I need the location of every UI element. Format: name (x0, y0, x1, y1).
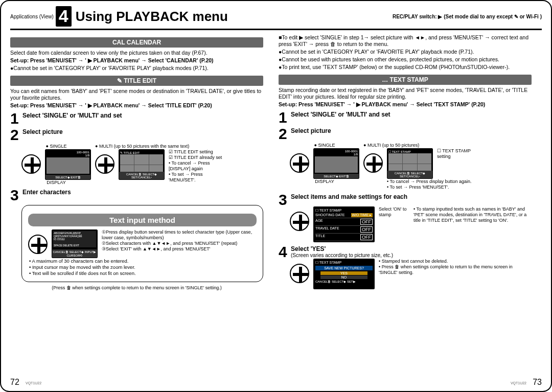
l1a: SHOOTING DATE (315, 213, 344, 217)
multi-label: ● MULTI (up to 50 pictures with the same… (95, 144, 225, 149)
input-method-box: Text input method ABCDEFGHIJKLMNOPQRSTUV… (21, 205, 263, 282)
l2a: AGE (315, 219, 323, 225)
l4b: OFF (360, 234, 373, 240)
ys-footer: CANCEL🗑 SELECT◆ SET▶ (315, 280, 373, 283)
single-label: ● SINGLE (21, 144, 91, 149)
titleedit-screens: ● SINGLE 100-00011/8 SELECT◆ EXIT🗑 DISPL… (21, 144, 263, 186)
lcd-ts-multi: ☐ TEXT STAMP CANCEL🗑 SELECT◆ SET/CANCEL▫ (387, 148, 433, 179)
ts-display-label: DISPLAY (290, 179, 359, 185)
dpad-icon (21, 154, 41, 174)
app-label: Applications (View) (10, 14, 54, 19)
settings-screen: ☐ TEXT STAMP SHOOTING DATEW/O TIME ▸ AGE… (313, 206, 375, 242)
ts-step2: Select picture (291, 127, 532, 134)
endnote2: • Press 🗑 when settings complete to retu… (379, 264, 532, 275)
ts-step4: Select 'YES' (291, 245, 532, 252)
l1b: W/O TIME ▸ (351, 213, 373, 217)
left-column: CAL CALENDAR Select date from calendar s… (10, 33, 263, 290)
ys-yes: YES (320, 271, 367, 275)
titleedit-desc: You can edit names from 'BABY' and 'PET'… (10, 88, 263, 101)
display-label: DISPLAY (21, 180, 91, 186)
edit-note: ■To edit ▶ select 'SINGLE' in step 1→ se… (279, 34, 532, 48)
ts-multi: ● MULTI (up to 50 pictures) (363, 143, 478, 148)
textstamp-screens: ● SINGLE 100-00011/8 SELECT◆ EXIT🗑 DISPL… (290, 143, 532, 190)
ts-step2-num: 2 (279, 127, 290, 141)
ts-legend: ☐ TEXT STAMP setting (437, 148, 478, 159)
textstamp-setup: Set-up: Press 'MENU/SET' → ' ▶ PLAYBACK … (279, 101, 532, 108)
ts-step3: Select items and make settings for each (291, 193, 532, 200)
input-heading: Text input method (28, 214, 257, 226)
ts-step1: Select 'SINGLE' or 'MULTI' and set (291, 111, 532, 118)
ts-cancel: • To cancel → Press display button again… (387, 179, 478, 185)
page-number-right: 73 (533, 378, 542, 387)
lcd-keyboard: ABCDEFGHIJKLMNOPQRSTUVWXYZÁÂÃÇÉÊÍÓ ÔÕÚÜ … (52, 229, 98, 258)
titleedit-heading: ✎ TITLE EDIT (10, 76, 263, 86)
dpad-icon2 (95, 154, 114, 174)
dpad-icon4 (290, 153, 309, 173)
ts-step4-sub: (Screen varies according to picture size… (291, 252, 532, 258)
step1-num: 1 (10, 112, 21, 125)
textstamp-heading: … TEXT STAMP (279, 75, 532, 85)
ts-step3-num: 3 (279, 193, 290, 206)
recplay-note: REC/PLAY switch: ▶ (Set mode dial to any… (393, 14, 542, 19)
page-header: Applications (View) 4 Using PLAYBACK men… (10, 6, 542, 30)
lcd-single: 100-00011/8 SELECT◆ EXIT🗑 (45, 149, 91, 180)
set-note: • To set → Press 'MENU/SET'. (169, 172, 225, 183)
inputnote1: • A maximum of 30 characters can be ente… (33, 258, 257, 264)
titleedit-setup: Set-up: Press 'MENU/SET' → ' ▶ PLAYBACK … (10, 102, 263, 109)
calendar-desc: Select date from calendar screen to view… (10, 50, 263, 56)
docid-right: VQT1U22 (511, 381, 526, 385)
step2-text: Select picture (22, 128, 263, 135)
right-b1: ●Cannot be set in 'CATEGORY PLAY' or 'FA… (279, 49, 532, 55)
calendar-note: ●Cannot be set in 'CATEGORY PLAY' or 'FA… (10, 65, 263, 72)
dpad-icon6 (290, 212, 309, 231)
ys-prompt: SAVE NEW PICTURES? (315, 266, 373, 270)
dpad-icon5 (363, 153, 383, 173)
inputnote2: • Input cursor may be moved with the zoo… (33, 264, 257, 270)
right-b3: ●To print text, use 'TEXT STAMP' (below)… (279, 64, 532, 71)
scr-title: ☐ TEXT STAMP (315, 209, 373, 213)
input2: ②Select characters with ▲▼◄►, and press … (102, 241, 257, 246)
cancel-note: • To cancel → Press [DISPLAY] again (169, 160, 225, 172)
l4a: TITLE (315, 234, 325, 240)
step2-num: 2 (10, 128, 21, 142)
l3b: OFF (360, 226, 373, 233)
input1: ①Press display button several times to s… (102, 229, 257, 241)
lcd-ts-single: 100-00011/8 SELECT◆ EXIT🗑 (313, 148, 359, 179)
left-footnote: (Press 🗑 when settings complete to retur… (10, 285, 263, 290)
dpad-icon3 (28, 235, 48, 254)
textstamp-desc: Stamp recording date or text registered … (279, 87, 532, 100)
manual-page: Applications (View) 4 Using PLAYBACK men… (0, 0, 552, 392)
ts-single: ● SINGLE (290, 143, 359, 148)
right-b2: ●Cannot be used with pictures taken on o… (279, 56, 532, 63)
step3-num: 3 (10, 189, 21, 202)
ys-title: ☐ TEXT STAMP (315, 261, 373, 265)
lcd-multi: ✎ TITLE EDIT CANCEL🗑 SELECT◆ SET/CANCEL▫ (119, 149, 165, 180)
legend-a: ☑ TITLE EDIT setting (169, 149, 225, 155)
page-title: Using PLAYBACK menu (76, 9, 228, 25)
dpad-icon7 (290, 264, 309, 283)
docid-left: VQT1U22 (26, 381, 41, 385)
l2b: OFF (360, 219, 373, 225)
ys-no: NO (320, 275, 367, 279)
calendar-setup: Set-up: Press 'MENU/SET' → ' ▶ PLAYBACK … (10, 57, 263, 64)
legend-b: ☑ TITLE EDIT already set (169, 155, 225, 160)
endnote1: • Stamped text cannot be deleted. (379, 259, 532, 264)
input3: ③Select 'EXIT' with ▲▼◄►, and press 'MEN… (102, 246, 257, 252)
yes-screen: ☐ TEXT STAMP SAVE NEW PICTURES? YES NO C… (313, 259, 375, 289)
right-column: ■To edit ▶ select 'SINGLE' in step 1→ se… (279, 33, 532, 290)
step1-text: Select 'SINGLE' or 'MULTI' and set (22, 112, 263, 119)
ts-set: • To set → Press 'MENU/SET'. (387, 185, 478, 190)
select-on: Select 'ON' to stamp (379, 206, 409, 218)
page-number-left: 72 (10, 378, 19, 387)
inputnote3: • Text will be scrolled if title does no… (33, 270, 257, 276)
step3-text: Enter characters (22, 189, 263, 196)
l3a: TRAVEL DATE (315, 226, 339, 233)
ts-step1-num: 1 (279, 111, 290, 124)
stamp-note: • To stamp inputted texts such as names … (413, 206, 532, 223)
calendar-heading: CAL CALENDAR (10, 37, 263, 48)
ts-step4-num: 4 (279, 245, 290, 259)
chapter-number: 4 (56, 6, 72, 27)
